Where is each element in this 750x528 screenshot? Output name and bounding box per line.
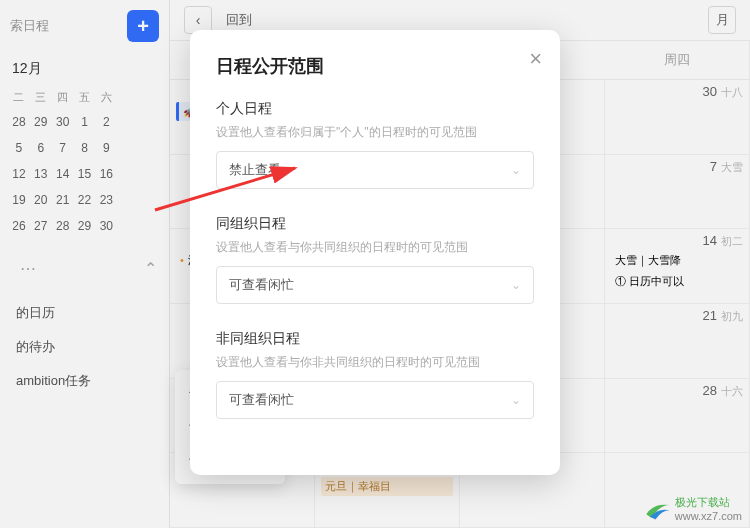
modal-section-personal: 个人日程 设置他人查看你归属于"个人"的日程时的可见范围 禁止查看 ⌄ bbox=[216, 100, 534, 189]
select-personal[interactable]: 禁止查看 ⌄ bbox=[216, 151, 534, 189]
select-value: 可查看闲忙 bbox=[229, 391, 294, 409]
chevron-down-icon: ⌄ bbox=[511, 163, 521, 177]
select-value: 可查看闲忙 bbox=[229, 276, 294, 294]
select-other-org[interactable]: 可查看闲忙 ⌄ bbox=[216, 381, 534, 419]
select-same-org[interactable]: 可查看闲忙 ⌄ bbox=[216, 266, 534, 304]
select-value: 禁止查看 bbox=[229, 161, 281, 179]
chevron-down-icon: ⌄ bbox=[511, 278, 521, 292]
section-desc: 设置他人查看你归属于"个人"的日程时的可见范围 bbox=[216, 124, 534, 141]
modal-title: 日程公开范围 bbox=[216, 54, 534, 78]
close-icon[interactable]: × bbox=[529, 48, 542, 70]
modal-section-other-org: 非同组织日程 设置他人查看与你非共同组织的日程时的可见范围 可查看闲忙 ⌄ bbox=[216, 330, 534, 419]
modal-section-same-org: 同组织日程 设置他人查看与你共同组织的日程时的可见范围 可查看闲忙 ⌄ bbox=[216, 215, 534, 304]
modal-overlay: × 日程公开范围 个人日程 设置他人查看你归属于"个人"的日程时的可见范围 禁止… bbox=[0, 0, 750, 528]
section-desc: 设置他人查看与你共同组织的日程时的可见范围 bbox=[216, 239, 534, 256]
watermark: 极光下载站 www.xz7.com bbox=[645, 495, 742, 522]
chevron-down-icon: ⌄ bbox=[511, 393, 521, 407]
section-title: 同组织日程 bbox=[216, 215, 534, 233]
section-title: 非同组织日程 bbox=[216, 330, 534, 348]
section-title: 个人日程 bbox=[216, 100, 534, 118]
visibility-modal: × 日程公开范围 个人日程 设置他人查看你归属于"个人"的日程时的可见范围 禁止… bbox=[190, 30, 560, 475]
section-desc: 设置他人查看与你非共同组织的日程时的可见范围 bbox=[216, 354, 534, 371]
